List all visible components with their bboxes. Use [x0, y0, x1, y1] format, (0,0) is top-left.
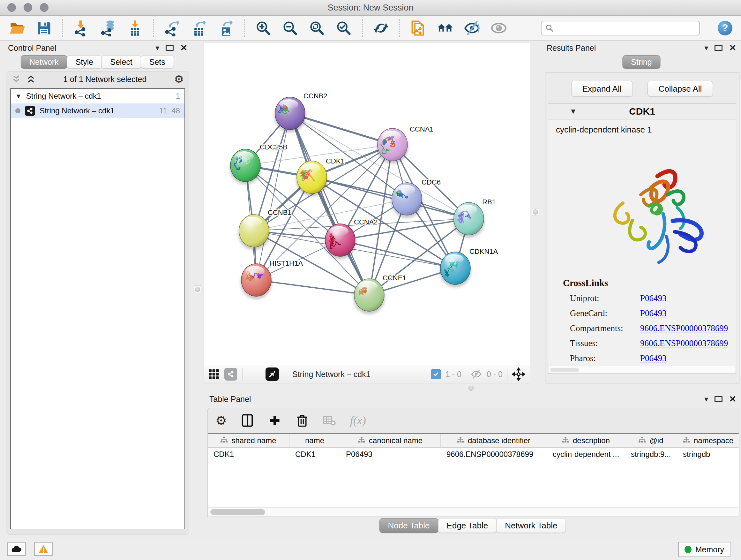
- save-session-icon[interactable]: [36, 19, 53, 37]
- crosslink-link[interactable]: P06493: [640, 308, 667, 318]
- column-header-shared-name[interactable]: shared name: [208, 434, 289, 447]
- warnings-button[interactable]: [34, 543, 53, 556]
- close-panel-icon[interactable]: ✕: [729, 44, 736, 52]
- splitter-handle[interactable]: [468, 386, 474, 391]
- column-header-@id[interactable]: @id: [625, 434, 677, 447]
- title-bar: Session: New Session: [0, 0, 741, 16]
- network-edge[interactable]: [312, 177, 469, 219]
- export-network-icon[interactable]: [164, 19, 181, 37]
- table-cell[interactable]: CDK1: [208, 448, 289, 461]
- column-header-namespace[interactable]: namespace: [677, 434, 739, 447]
- float-panel-icon[interactable]: [165, 45, 174, 51]
- show-hidden-eye-icon[interactable]: [490, 19, 508, 37]
- search-input[interactable]: [557, 23, 695, 33]
- tab-select[interactable]: Select: [102, 55, 141, 69]
- open-session-icon[interactable]: [9, 19, 26, 37]
- gear-icon[interactable]: ⚙: [174, 74, 184, 84]
- network-node-RB1[interactable]: [453, 202, 484, 238]
- zoom-in-icon[interactable]: [255, 19, 272, 37]
- network-node-CCNE1[interactable]: [354, 279, 385, 314]
- crosslink-link[interactable]: P06493: [640, 354, 667, 363]
- tab-network-table[interactable]: Network Table: [496, 518, 566, 533]
- table-cell[interactable]: stringdb:9...: [625, 448, 677, 461]
- network-row-selected[interactable]: String Network – cdk1 11 48: [11, 104, 185, 118]
- selected-checkbox-icon[interactable]: [431, 369, 441, 379]
- column-header-database-identifier[interactable]: database identifier: [441, 434, 547, 447]
- network-node-CDC6[interactable]: [391, 183, 422, 218]
- crosslink-link[interactable]: 9606.ENSP00000378699: [640, 323, 728, 333]
- zoom-selected-icon[interactable]: [335, 19, 352, 37]
- column-header-description[interactable]: description: [547, 434, 625, 447]
- network-node-CDKN1A[interactable]: [440, 252, 471, 287]
- crosslink-link[interactable]: P06493: [640, 294, 667, 303]
- memory-button[interactable]: Memory: [678, 542, 731, 557]
- expand-all-chevron-icon[interactable]: [26, 75, 36, 83]
- cloud-status-button[interactable]: [7, 543, 26, 556]
- share-view-icon[interactable]: [224, 368, 237, 381]
- network-node-CCNA1[interactable]: [377, 128, 408, 164]
- tree-expander-icon[interactable]: ▼: [15, 93, 22, 99]
- splitter-handle[interactable]: [532, 208, 539, 216]
- panel-menu-icon[interactable]: ▾: [704, 395, 708, 403]
- column-header-canonical-name[interactable]: canonical name: [340, 434, 441, 447]
- table-horizontal-scrollbar[interactable]: [208, 508, 739, 516]
- import-network-database-icon[interactable]: [99, 19, 117, 37]
- birdseye-view-icon[interactable]: [266, 368, 279, 381]
- help-icon[interactable]: ?: [718, 21, 732, 36]
- network-node-CDC25B[interactable]: [230, 149, 261, 185]
- tab-sets[interactable]: Sets: [141, 55, 174, 69]
- column-header-name[interactable]: name: [289, 434, 340, 447]
- network-edge[interactable]: [256, 280, 369, 295]
- tab-network[interactable]: Network: [21, 55, 67, 69]
- collapse-all-chevron-icon[interactable]: [11, 75, 21, 83]
- tab-style[interactable]: Style: [67, 55, 102, 69]
- tab-edge-table[interactable]: Edge Table: [438, 518, 497, 533]
- network-node-CCNB2[interactable]: [274, 97, 306, 132]
- crosslink-link[interactable]: 9606.ENSP00000378699: [640, 338, 728, 348]
- tab-string[interactable]: String: [622, 55, 660, 69]
- table-cell[interactable]: 9606.ENSP00000378699: [441, 448, 547, 461]
- float-panel-icon[interactable]: [715, 396, 723, 402]
- zoom-out-icon[interactable]: [281, 19, 299, 37]
- import-table-file-icon[interactable]: [126, 19, 144, 37]
- network-node-CCNB1[interactable]: [239, 214, 270, 250]
- tab-node-table[interactable]: Node Table: [380, 518, 439, 533]
- pan-crosshair-icon[interactable]: [512, 368, 525, 381]
- table-row[interactable]: CDK1CDK1P064939606.ENSP00000378699cyclin…: [208, 448, 739, 461]
- delete-column-trash-icon[interactable]: [295, 414, 309, 428]
- panel-menu-icon[interactable]: ▾: [155, 44, 159, 52]
- collapse-all-button[interactable]: Collapse All: [648, 81, 713, 97]
- network-overview-homes-icon[interactable]: [436, 19, 454, 37]
- grid-view-icon[interactable]: [208, 369, 219, 380]
- table-cell[interactable]: cyclin-dependent ...: [547, 448, 625, 461]
- import-network-file-icon[interactable]: [73, 19, 90, 37]
- hide-selected-eye-slash-icon[interactable]: [463, 19, 481, 37]
- network-canvas[interactable]: CCNB2CCNA1CDC25BCDK1CDC6RB1CCNB1CCNA2CDK…: [204, 43, 530, 365]
- close-panel-icon[interactable]: ✕: [180, 44, 187, 52]
- splitter-handle[interactable]: [194, 286, 201, 293]
- expand-all-button[interactable]: Expand All: [571, 81, 633, 97]
- zoom-fit-icon[interactable]: [308, 19, 326, 37]
- table-cell[interactable]: stringdb: [677, 448, 739, 461]
- export-image-icon[interactable]: [217, 19, 234, 37]
- show-columns-icon[interactable]: [240, 414, 254, 428]
- panel-menu-icon[interactable]: ▾: [704, 44, 708, 52]
- export-table-icon[interactable]: [191, 19, 208, 37]
- network-node-HIST1H1A[interactable]: [241, 264, 272, 299]
- network-node-CCNA2[interactable]: [325, 224, 356, 259]
- network-view[interactable]: CCNB2CCNA1CDC25BCDK1CDC6RB1CCNB1CCNA2CDK…: [204, 43, 530, 383]
- table-cell[interactable]: CDK1: [289, 448, 340, 461]
- table-cell[interactable]: P06493: [340, 448, 441, 461]
- table-settings-gear-icon[interactable]: ⚙: [215, 414, 227, 427]
- protein-card-header[interactable]: ▾ CDK1: [548, 104, 736, 119]
- apply-layout-icon[interactable]: [373, 19, 390, 37]
- network-edge[interactable]: [290, 113, 369, 295]
- network-node-CDK1[interactable]: [296, 161, 327, 196]
- close-panel-icon[interactable]: ✕: [729, 395, 736, 403]
- network-collection-row[interactable]: ▼ String Network – cdk1 1: [11, 89, 185, 104]
- float-panel-icon[interactable]: [715, 45, 723, 51]
- create-column-icon[interactable]: [268, 414, 282, 428]
- collapse-section-icon[interactable]: ▾: [571, 107, 575, 115]
- share-network-file-icon[interactable]: [410, 19, 427, 37]
- horizontal-scrollbar[interactable]: [549, 366, 735, 374]
